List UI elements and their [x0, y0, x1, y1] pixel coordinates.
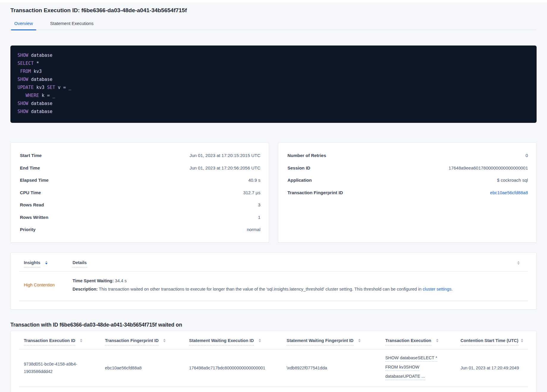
- summary-row: Session ID17648a9eea60178000000000000000…: [287, 162, 528, 174]
- sort-icon[interactable]: [521, 339, 523, 342]
- sql-line: SHOW database: [18, 108, 529, 116]
- transaction-execution-link[interactable]: SHOW databaseSELECT * FROM kv3SHOW datab…: [385, 354, 460, 382]
- sort-icon[interactable]: [358, 339, 361, 342]
- description-text: This transaction waited on other transac…: [98, 287, 423, 291]
- summary-label: Priority: [20, 227, 36, 232]
- column-header-statement-waiting-fingerprint-id[interactable]: Statement Waiting Fingerprint ID: [287, 338, 353, 345]
- summary-row: Number of Retries0: [287, 149, 528, 162]
- insights-table-header: Insights Details: [11, 253, 536, 271]
- summary-card-timing: Start TimeJun 01, 2023 at 17:20:15:2015 …: [10, 142, 269, 243]
- high-contention-badge: High Contention: [24, 283, 73, 287]
- summary-row: CPU Time312.7 µs: [20, 186, 260, 199]
- divider: [19, 301, 528, 301]
- description-suffix: .: [451, 287, 452, 291]
- column-header-transaction-fingerprint-id[interactable]: Transaction Fingerprint ID: [105, 338, 158, 345]
- summary-row: Application$ cockroach sql: [287, 174, 528, 186]
- column-header-transaction-execution-id[interactable]: Transaction Execution ID: [24, 338, 75, 345]
- sort-icon[interactable]: [163, 339, 166, 342]
- description-label: Description:: [73, 287, 98, 291]
- elapsed-time-value: 40.9 s: [248, 178, 260, 183]
- column-header-insights[interactable]: Insights: [24, 260, 40, 267]
- waited-on-table: Transaction Execution ID Transaction Fin…: [10, 331, 537, 392]
- summary-label: Number of Retries: [287, 153, 326, 158]
- summary-row: Transaction Fingerprint IDebc10ae56cfd88…: [287, 186, 528, 199]
- transaction-fingerprint-id-cell: ebc10ae56cfd88a8: [105, 364, 189, 372]
- tab-statement-executions[interactable]: Statement Executions: [50, 21, 94, 30]
- summary-label: End Time: [20, 165, 40, 170]
- start-time-value: Jun 01, 2023 at 17:20:15:2015 UTC: [189, 153, 260, 158]
- tab-bar: Overview Statement Executions: [10, 21, 537, 30]
- sql-line: SELECT *: [18, 59, 529, 68]
- waited-on-table-header: Transaction Execution ID Transaction Fin…: [11, 331, 536, 345]
- rows-written-value: 1: [258, 215, 260, 220]
- column-header-contention-start-time[interactable]: Contention Start Time (UTC): [460, 338, 518, 345]
- insight-row: High Contention Time Spent Waiting: 34.4…: [11, 272, 536, 301]
- waited-on-heading: Transaction with ID f6be6366-da03-48de-a…: [10, 322, 537, 328]
- summary-row: Elapsed Time40.9 s: [20, 174, 260, 186]
- time-spent-waiting-value: 34.4 s: [114, 278, 127, 283]
- end-time-value: Jun 01, 2023 at 17:20:56:2056 UTC: [189, 165, 260, 170]
- statement-waiting-fingerprint-id-cell: \xdb8922f077541dda: [287, 364, 385, 372]
- column-header-statement-waiting-execution-id[interactable]: Statement Waiting Execution ID: [189, 338, 254, 345]
- summary-row: Prioritynormal: [20, 223, 260, 236]
- sort-desc-icon[interactable]: [45, 261, 48, 264]
- column-header-transaction-execution[interactable]: Transaction Execution: [385, 338, 431, 345]
- application-value: $ cockroach sql: [497, 178, 528, 183]
- sort-icon[interactable]: [80, 339, 82, 342]
- rows-read-value: 3: [258, 202, 260, 207]
- summary-card-session: Number of Retries0 Session ID17648a9eea6…: [278, 142, 537, 243]
- column-header-details[interactable]: Details: [73, 260, 87, 267]
- page-title: Transaction Execution ID: f6be6366-da03-…: [10, 7, 537, 14]
- divider: [19, 387, 528, 387]
- sort-icon[interactable]: [517, 261, 520, 265]
- summary-label: CPU Time: [20, 190, 41, 195]
- summary-label: Rows Written: [20, 215, 48, 220]
- sql-line: UPDATE kv3 SET v = _: [18, 84, 529, 92]
- transaction-execution-id-cell: 9738d051-bc0e-4158-a9b4-1903586ddd42: [24, 360, 105, 375]
- sql-preview-line: SHOW databaseSELECT *: [385, 355, 437, 362]
- top-strip: [0, 0, 547, 2]
- summary-label: Start Time: [20, 153, 42, 158]
- sql-preview-line: FROM kv3SHOW: [385, 365, 419, 371]
- sql-line: SHOW database: [18, 100, 529, 108]
- sql-line: SHOW database: [18, 76, 529, 84]
- sort-icon[interactable]: [259, 339, 261, 342]
- table-row: 9738d051-bc0e-4158-a9b4-1903586ddd42 ebc…: [11, 349, 536, 387]
- sort-icon[interactable]: [436, 339, 438, 342]
- summary-label: Transaction Fingerprint ID: [287, 190, 343, 195]
- time-spent-waiting-label: Time Spent Waiting:: [73, 278, 114, 283]
- summary-row: Rows Written1: [20, 211, 260, 224]
- tab-overview[interactable]: Overview: [14, 21, 33, 30]
- summary-label: Elapsed Time: [20, 178, 48, 183]
- summary-label: Application: [287, 178, 312, 183]
- summary-row: Start TimeJun 01, 2023 at 17:20:15:2015 …: [20, 149, 260, 162]
- statement-waiting-execution-id-cell: 176498a9c717bdc80000000000000001: [189, 364, 287, 372]
- sql-line: FROM kv3: [18, 68, 529, 76]
- summary-row: Rows Read3: [20, 199, 260, 211]
- transaction-fingerprint-link[interactable]: ebc10ae56cfd88a8: [490, 190, 528, 195]
- retries-value: 0: [526, 153, 528, 158]
- summary-label: Session ID: [287, 165, 310, 170]
- sql-line: SHOW database: [18, 51, 529, 59]
- summary-row: End TimeJun 01, 2023 at 17:20:56:2056 UT…: [20, 162, 260, 174]
- contention-start-time-cell: Jun 01, 2023 at 17:20:49:2049: [460, 364, 523, 372]
- insight-details: Time Spent Waiting: 34.4 s Description: …: [73, 277, 523, 292]
- cpu-time-value: 312.7 µs: [243, 190, 260, 195]
- cluster-settings-link[interactable]: cluster settings: [423, 287, 452, 291]
- insights-table: Insights Details High Contention Time Sp…: [10, 253, 537, 310]
- transaction-sql-statements: SHOW databaseSELECT * FROM kv3SHOW datab…: [10, 46, 537, 123]
- session-id-value: 17648a9eea6017800000000000000001: [449, 165, 528, 170]
- priority-value: normal: [247, 227, 260, 232]
- summary-label: Rows Read: [20, 202, 44, 207]
- sql-line: WHERE k = _: [18, 92, 529, 100]
- sql-preview-line: databaseUPDATE ...: [385, 374, 425, 380]
